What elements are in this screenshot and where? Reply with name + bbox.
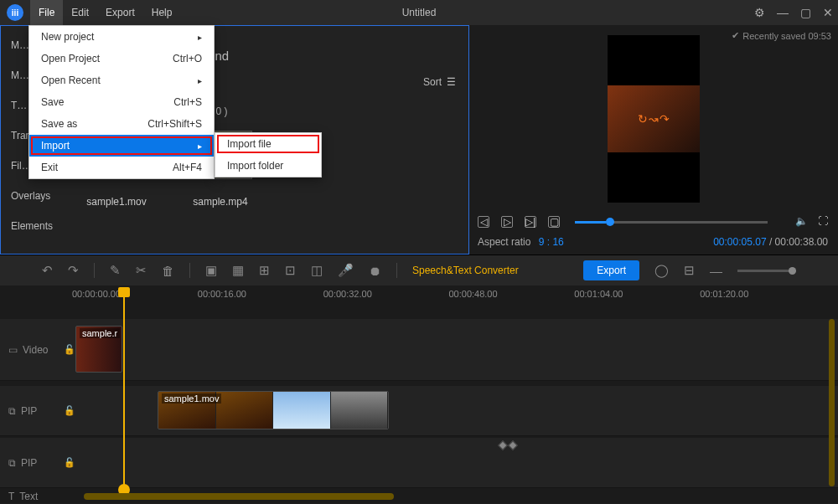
menu-new-project-label: New project — [41, 31, 94, 43]
cut-icon[interactable]: ✂ — [136, 263, 147, 278]
track-video[interactable]: ▭Video 🔓 — [0, 319, 838, 381]
next-icon[interactable]: ▷| — [525, 216, 536, 228]
menu-import[interactable]: Import▸ — [29, 135, 214, 157]
menu-import-file[interactable]: Import file — [215, 133, 321, 155]
menu-edit[interactable]: Edit — [63, 0, 97, 25]
shield-icon[interactable]: ◯ — [654, 263, 669, 278]
clip-pip-label: sample1.mov — [162, 393, 221, 404]
saved-text: Recently saved 09:53 — [742, 31, 831, 41]
ruler-3: 00:00:48.00 — [448, 289, 574, 309]
check-icon: ✔ — [732, 30, 739, 41]
speech-text-converter[interactable]: Speech&Text Converter — [412, 265, 519, 276]
app-logo: iii — [7, 4, 23, 21]
timeline-vscroll[interactable] — [829, 319, 835, 486]
menu-import-folder-label: Import folder — [227, 160, 283, 172]
stop-icon[interactable]: ▢ — [548, 216, 560, 228]
menu-save-as[interactable]: Save asCtrl+Shift+S — [29, 113, 214, 135]
lock-icon-2[interactable]: 🔓 — [64, 405, 75, 416]
crop-icon[interactable]: ▣ — [205, 263, 217, 278]
media-name-1: sample1.mov — [85, 196, 148, 208]
file-menu-dropdown: New project▸ Open ProjectCtrl+O Open Rec… — [28, 25, 215, 179]
aspect-value[interactable]: 9 : 16 — [539, 236, 564, 248]
clip-video-label: sample.r — [80, 328, 120, 338]
play-icon[interactable]: ▷ — [501, 216, 513, 228]
menu-open-project-label: Open Project — [41, 53, 100, 64]
import-submenu: Import file Import folder — [215, 132, 322, 177]
menu-import-folder[interactable]: Import folder — [215, 155, 321, 177]
video-track-icon: ▭ — [8, 344, 18, 356]
menu-save[interactable]: SaveCtrl+S — [29, 91, 214, 113]
menu-file[interactable]: File — [30, 0, 63, 25]
menu-help[interactable]: Help — [143, 0, 181, 25]
preview-video[interactable]: ↻↝↷ — [608, 35, 700, 203]
edit-icon[interactable]: ✎ — [110, 263, 121, 278]
text-track-icon: T — [8, 491, 14, 502]
menu-exit[interactable]: ExitAlt+F4 — [29, 157, 214, 178]
sort-button[interactable]: Sort ☰ — [423, 76, 456, 88]
time-ruler[interactable]: 00:00:00.00 00:00:16.00 00:00:32.00 00:0… — [72, 289, 825, 309]
ratio-icon[interactable]: ◫ — [311, 263, 323, 278]
fullscreen-icon[interactable]: ⛶ — [818, 215, 828, 227]
menu-import-label: Import — [41, 140, 70, 152]
zoom-slider[interactable] — [737, 270, 796, 272]
menu-export[interactable]: Export — [97, 0, 143, 25]
ruler-5: 00:01:20.00 — [700, 289, 825, 309]
prev-icon[interactable]: ◁ — [478, 216, 489, 228]
chevron-right-icon: ▸ — [198, 33, 202, 42]
preview-panel: ✔ Recently saved 09:53 ↻↝↷ ◁ ▷ ▷| ▢ 🔈 ⛶ … — [469, 25, 838, 255]
timeline-hscroll[interactable] — [84, 493, 394, 500]
mic-icon[interactable]: 🎤 — [338, 263, 354, 278]
menu-new-project[interactable]: New project▸ — [29, 26, 214, 48]
zoom-out-icon[interactable]: — — [710, 264, 722, 278]
undo-icon[interactable]: ↶ — [42, 263, 53, 278]
link-icon[interactable]: ⊟ — [684, 263, 695, 278]
text-track-label: Text — [19, 491, 38, 502]
clip-pip[interactable]: sample1.mov — [158, 391, 389, 429]
time-total: 00:00:38.00 — [775, 236, 828, 248]
preview-frame: ↻↝↷ — [608, 85, 700, 152]
lock-icon-3[interactable]: 🔓 — [64, 457, 75, 468]
list-icon: ☰ — [447, 76, 456, 88]
maximize-icon[interactable]: ▢ — [800, 6, 811, 19]
track-pip2[interactable]: ⧉PIP 🔓 — [0, 438, 838, 488]
menu-save-label: Save — [41, 96, 64, 108]
seek-handle[interactable] — [606, 218, 614, 226]
mosaic-icon[interactable]: ▦ — [232, 263, 244, 278]
clip-video[interactable]: sample.r — [75, 326, 122, 373]
menu-exit-shortcut: Alt+F4 — [173, 162, 202, 173]
aspect-label: Aspect ratio — [478, 236, 530, 248]
menu-open-project[interactable]: Open ProjectCtrl+O — [29, 48, 214, 69]
track-pip[interactable]: ⧉PIP 🔓 — [0, 386, 838, 436]
document-title: Untitled — [402, 7, 437, 18]
sidebar-tab-overlays[interactable]: Overlays — [1, 181, 59, 211]
playhead[interactable] — [118, 287, 130, 297]
lock-icon[interactable]: 🔓 — [64, 344, 75, 355]
menu-open-project-shortcut: Ctrl+O — [173, 53, 202, 64]
export-button[interactable]: Export — [583, 260, 639, 280]
media-name-2: sample.mp4 — [189, 196, 252, 208]
chevron-right-icon: ▸ — [198, 76, 202, 85]
redo-icon[interactable]: ↷ — [68, 263, 79, 278]
delete-icon[interactable]: 🗑 — [162, 264, 174, 278]
ruler-4: 00:01:04.00 — [574, 289, 700, 309]
menu-exit-label: Exit — [41, 162, 58, 173]
menu-open-recent-label: Open Recent — [41, 75, 101, 86]
pip2-track-icon: ⧉ — [8, 457, 16, 469]
saved-indicator: ✔ Recently saved 09:53 — [732, 30, 831, 41]
snap-icon[interactable]: ⊡ — [285, 263, 296, 278]
sidebar-tab-elements[interactable]: Elements — [1, 211, 59, 241]
settings-icon[interactable]: ⚙ — [754, 6, 765, 19]
volume-icon[interactable]: 🔈 — [795, 215, 808, 227]
pip-track-label: PIP — [21, 405, 37, 417]
record-icon[interactable]: ⏺ — [369, 264, 381, 278]
grid-icon[interactable]: ⊞ — [259, 263, 270, 278]
video-track-label: Video — [23, 344, 48, 356]
menu-open-recent[interactable]: Open Recent▸ — [29, 69, 214, 91]
close-icon[interactable]: ✕ — [823, 6, 833, 19]
chevron-right-icon: ▸ — [198, 141, 202, 151]
pip-track-icon: ⧉ — [8, 405, 16, 417]
minimize-icon[interactable]: — — [777, 6, 789, 19]
seek-slider[interactable] — [575, 221, 768, 224]
sort-label: Sort — [423, 76, 442, 88]
pip2-track-label: PIP — [21, 457, 37, 469]
